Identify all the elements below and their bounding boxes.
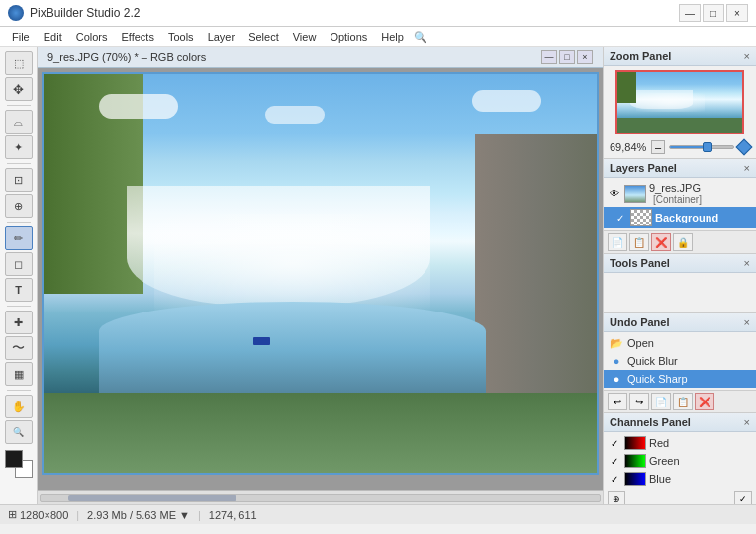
redo-btn[interactable]: ↪ — [629, 393, 649, 410]
channels-add-btn[interactable]: ⊕ — [608, 491, 625, 504]
layer-thumb-container — [624, 185, 646, 203]
layer-item-background[interactable]: ✓ Background — [604, 207, 756, 228]
canvas-tab-controls: — □ × — [541, 50, 593, 64]
layers-panel-body: 👁 9_res.JPG [Container] ✓ Background — [604, 178, 756, 230]
zoom-minus-btn[interactable]: – — [651, 140, 665, 154]
menu-options[interactable]: Options — [324, 29, 373, 44]
zoom-tool[interactable]: 🔍 — [5, 420, 33, 444]
status-size-dropdown-icon[interactable]: ▼ — [179, 509, 190, 521]
maximize-button[interactable]: □ — [703, 4, 724, 22]
canvas-close-btn[interactable]: × — [577, 50, 593, 64]
canvas-tab-title: 9_res.JPG (70%) * – RGB colors — [47, 51, 206, 63]
tool-separator-1 — [7, 105, 31, 106]
foreground-color[interactable] — [5, 450, 23, 468]
brush-tool[interactable]: ✏ — [5, 226, 33, 250]
app-title: PixBuilder Studio 2.2 — [30, 6, 140, 20]
layer-duplicate-btn[interactable]: 📋 — [629, 233, 649, 251]
layer-sublabel-container: [Container] — [649, 194, 702, 205]
layer-eye-container[interactable]: 👁 — [608, 187, 621, 201]
status-size2: 5.63 ME — [136, 509, 176, 521]
cloud-3 — [472, 90, 541, 112]
zoom-panel-title: Zoom Panel — [610, 50, 671, 62]
menu-file[interactable]: File — [6, 29, 36, 44]
tools-panel-close[interactable]: × — [744, 257, 750, 269]
zoom-preview-ground — [617, 118, 742, 133]
channel-blue-label: Blue — [649, 473, 671, 485]
layer-thumb-background — [630, 209, 652, 226]
move-tool[interactable]: ✥ — [5, 77, 33, 101]
color-swatch[interactable] — [5, 450, 33, 478]
title-bar-left: PixBuilder Studio 2.2 — [8, 5, 140, 21]
channels-check-btn[interactable]: ✓ — [734, 491, 752, 504]
menu-select[interactable]: Select — [242, 29, 285, 44]
scroll-thumb[interactable] — [68, 495, 236, 501]
undo-item-blur[interactable]: ● Quick Blur — [604, 352, 756, 370]
heal-tool[interactable]: ✚ — [5, 311, 33, 334]
undo-clear-btn[interactable]: ❌ — [695, 393, 714, 410]
magic-wand-tool[interactable]: ✦ — [5, 135, 33, 159]
layer-lock-btn[interactable]: 🔒 — [673, 233, 693, 251]
channel-green-eye[interactable]: ✓ — [608, 454, 621, 468]
canvas-content[interactable] — [38, 68, 603, 490]
layer-new-btn[interactable]: 📄 — [608, 233, 627, 251]
lasso-tool[interactable]: ⌓ — [5, 110, 33, 134]
layers-panel-close[interactable]: × — [744, 162, 750, 174]
status-coords-value: 1274, 611 — [209, 509, 257, 521]
undo-new-btn[interactable]: 📄 — [651, 393, 671, 410]
channel-green[interactable]: ✓ Green — [604, 452, 756, 470]
undo-sharp-icon: ● — [610, 372, 623, 386]
gradient-tool[interactable]: ▦ — [5, 362, 33, 386]
channel-red-eye[interactable]: ✓ — [608, 436, 621, 450]
eyedropper-tool[interactable]: ⊕ — [5, 194, 33, 218]
zoom-slider[interactable] — [669, 145, 734, 149]
channels-panel-title: Channels Panel — [610, 416, 691, 428]
undo-btn[interactable]: ↩ — [608, 393, 627, 410]
hand-tool[interactable]: ✋ — [5, 395, 33, 418]
close-button[interactable]: × — [726, 4, 748, 22]
menu-effects[interactable]: Effects — [116, 29, 160, 44]
canvas-minimize-btn[interactable]: — — [541, 50, 557, 64]
undo-blur-label: Quick Blur — [627, 355, 678, 367]
menu-tools[interactable]: Tools — [162, 29, 200, 44]
marquee-tool[interactable]: ⬚ — [5, 51, 33, 75]
menu-view[interactable]: View — [287, 29, 323, 44]
layer-delete-btn[interactable]: ❌ — [651, 233, 671, 251]
layer-eye-background[interactable]: ✓ — [614, 211, 627, 224]
minimize-button[interactable]: — — [679, 4, 701, 22]
title-bar: PixBuilder Studio 2.2 — □ × — [0, 0, 756, 27]
zoom-panel: Zoom Panel × 69,84% – — [604, 47, 756, 159]
channel-blue[interactable]: ✓ Blue — [604, 470, 756, 488]
zoom-panel-close[interactable]: × — [744, 50, 750, 62]
layer-name-background: Background — [655, 212, 752, 223]
undo-toolbar: ↩ ↪ 📄 📋 ❌ — [604, 390, 756, 412]
menu-help[interactable]: Help — [375, 29, 410, 44]
scroll-track[interactable] — [40, 494, 601, 502]
canvas-maximize-btn[interactable]: □ — [559, 50, 575, 64]
zoom-slider-thumb[interactable] — [703, 142, 712, 152]
undo-copy-btn[interactable]: 📋 — [673, 393, 693, 410]
status-sep-1: | — [76, 509, 79, 521]
zoom-plus-btn[interactable] — [736, 139, 753, 156]
channel-blue-eye[interactable]: ✓ — [608, 472, 621, 486]
menu-edit[interactable]: Edit — [38, 29, 68, 44]
canvas-tab: 9_res.JPG (70%) * – RGB colors — □ × — [38, 47, 603, 68]
cliff-right — [475, 134, 597, 412]
channels-panel-close[interactable]: × — [744, 416, 750, 428]
undo-item-sharp[interactable]: ● Quick Sharp — [604, 370, 756, 388]
zoom-preview-waterfall — [630, 90, 693, 108]
eraser-tool[interactable]: ◻ — [5, 252, 33, 276]
green-bottom — [44, 393, 597, 473]
channel-red[interactable]: ✓ Red — [604, 434, 756, 452]
scrollbar-bottom[interactable] — [38, 490, 603, 504]
smudge-tool[interactable]: 〜 — [5, 336, 33, 360]
layer-item-container[interactable]: 👁 9_res.JPG [Container] — [604, 180, 756, 207]
status-size-value: 2.93 Mb / 5.63 ME — [87, 509, 176, 521]
channel-blue-thumb — [624, 472, 646, 486]
menu-colors[interactable]: Colors — [70, 29, 114, 44]
undo-item-open[interactable]: 📂 Open — [604, 334, 756, 352]
undo-panel-close[interactable]: × — [744, 316, 750, 328]
menu-layer[interactable]: Layer — [202, 29, 241, 44]
crop-tool[interactable]: ⊡ — [5, 168, 33, 192]
zoom-preview-cliff — [617, 72, 636, 103]
text-tool[interactable]: T — [5, 278, 33, 302]
